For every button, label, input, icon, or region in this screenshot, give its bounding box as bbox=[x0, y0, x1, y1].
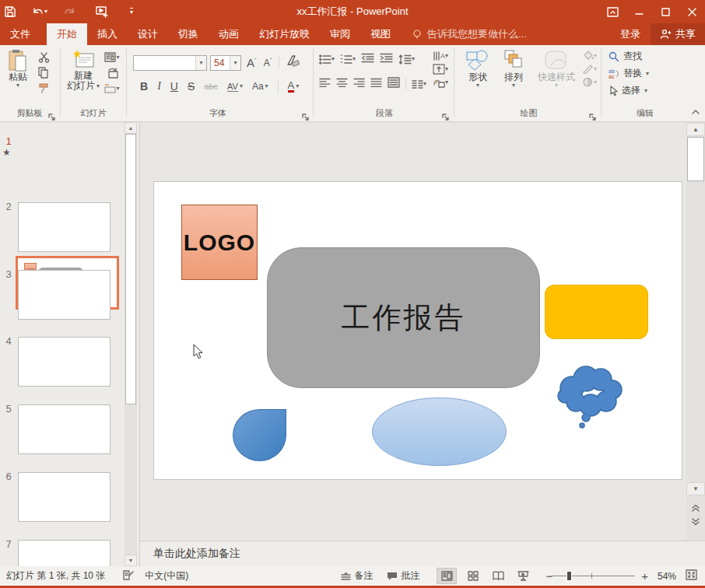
panel-scroll-up-button[interactable]: ▲ bbox=[125, 122, 137, 134]
paste-button[interactable]: 粘贴 ▾ bbox=[5, 49, 31, 89]
normal-view-button[interactable] bbox=[437, 568, 457, 584]
main-scrollbar-thumb[interactable] bbox=[687, 137, 704, 181]
slide-show-button[interactable] bbox=[513, 568, 533, 584]
font-name-combo[interactable]: ▾ bbox=[133, 55, 207, 71]
shapes-button[interactable]: 形状 ▾ bbox=[462, 49, 493, 89]
slide-sorter-view-button[interactable] bbox=[463, 568, 483, 584]
previous-slide-button[interactable] bbox=[686, 502, 705, 514]
tab-home[interactable]: 开始 bbox=[47, 23, 87, 45]
cloud-shape[interactable] bbox=[550, 359, 628, 432]
clipboard-dialog-launcher[interactable] bbox=[48, 110, 56, 118]
section-button[interactable]: ▾ bbox=[103, 81, 121, 96]
maximize-button[interactable] bbox=[652, 0, 679, 23]
align-text-button[interactable]: ▾ bbox=[433, 64, 448, 75]
slide-thumbnail-4[interactable] bbox=[18, 337, 110, 387]
qat-customize-button[interactable]: ▾ bbox=[121, 2, 142, 21]
tab-review[interactable]: 审阅 bbox=[320, 23, 360, 45]
notes-pane[interactable]: 单击此处添加备注 bbox=[140, 541, 705, 566]
bold-button[interactable]: B bbox=[140, 80, 148, 93]
notes-toggle-button[interactable]: 备注 bbox=[341, 569, 373, 583]
save-button[interactable] bbox=[0, 2, 20, 21]
replace-button[interactable]: abac 替换▾ bbox=[609, 67, 649, 80]
grow-font-button[interactable]: Aˆ bbox=[247, 56, 257, 69]
decrease-indent-button[interactable] bbox=[361, 52, 374, 66]
slide-thumbnail-5[interactable] bbox=[18, 404, 110, 454]
reading-view-button[interactable] bbox=[488, 568, 508, 584]
format-painter-button[interactable] bbox=[34, 81, 53, 96]
slide-thumbnail-2[interactable] bbox=[18, 202, 110, 252]
line-spacing-button[interactable]: ▾ bbox=[398, 54, 415, 65]
ellipse-shape[interactable] bbox=[372, 397, 507, 466]
paste-caret[interactable]: ▾ bbox=[16, 82, 19, 89]
minimize-button[interactable] bbox=[626, 0, 652, 23]
align-right-button[interactable] bbox=[353, 77, 365, 91]
underline-button[interactable]: U bbox=[170, 80, 178, 93]
slide-thumbnail-3[interactable] bbox=[18, 270, 110, 320]
increase-indent-button[interactable] bbox=[380, 52, 393, 66]
comments-toggle-button[interactable]: 批注 bbox=[387, 569, 419, 583]
tab-file[interactable]: 文件 bbox=[0, 23, 40, 45]
drawing-dialog-launcher[interactable] bbox=[589, 110, 597, 118]
align-left-button[interactable] bbox=[319, 77, 331, 91]
text-direction-button[interactable]: A▾ bbox=[433, 51, 448, 61]
title-shape[interactable]: 工作报告 bbox=[267, 247, 540, 388]
tab-insert[interactable]: 插入 bbox=[87, 23, 128, 45]
undo-button[interactable]: ▾ bbox=[26, 2, 53, 21]
zoom-slider-track[interactable] bbox=[551, 576, 635, 576]
bullets-button[interactable]: ▾ bbox=[319, 54, 335, 65]
slide-canvas[interactable]: LOGO 工作报告 bbox=[153, 181, 682, 480]
ribbon-display-options-button[interactable] bbox=[599, 0, 626, 23]
numbering-button[interactable]: ▾ bbox=[340, 54, 356, 65]
spellcheck-icon[interactable] bbox=[122, 569, 134, 583]
font-dialog-launcher[interactable] bbox=[302, 110, 310, 118]
tab-animations[interactable]: 动画 bbox=[209, 23, 249, 45]
collapse-ribbon-button[interactable] bbox=[691, 104, 700, 118]
tab-design[interactable]: 设计 bbox=[128, 23, 168, 45]
zoom-level[interactable]: 54% bbox=[658, 571, 676, 582]
zoom-in-button[interactable]: + bbox=[641, 569, 648, 583]
distribute-text-button[interactable] bbox=[388, 77, 400, 91]
font-size-combo[interactable]: 54 ▾ bbox=[210, 55, 241, 71]
align-center-button[interactable] bbox=[336, 77, 348, 91]
tell-me-box[interactable]: 告诉我您想要做什么... bbox=[412, 27, 527, 41]
shrink-font-button[interactable]: Aˇ bbox=[264, 57, 272, 68]
teardrop-shape[interactable] bbox=[233, 409, 286, 461]
clear-formatting-button[interactable] bbox=[286, 54, 300, 70]
zoom-slider-thumb[interactable] bbox=[566, 571, 572, 581]
justify-button[interactable] bbox=[370, 77, 382, 91]
character-spacing-button[interactable]: AV▾ bbox=[227, 82, 243, 92]
main-scrollbar-track[interactable] bbox=[686, 122, 705, 541]
columns-button[interactable]: ▾ bbox=[412, 79, 426, 89]
logo-shape[interactable]: LOGO bbox=[181, 205, 258, 280]
fit-slide-to-window-button[interactable] bbox=[686, 569, 697, 583]
main-scroll-down-button[interactable]: ▼ bbox=[686, 482, 705, 495]
panel-scrollbar-thumb[interactable] bbox=[125, 134, 136, 404]
sign-in-button[interactable]: 登录 bbox=[610, 23, 651, 45]
strikethrough-button[interactable]: S bbox=[188, 80, 195, 93]
share-button[interactable]: 共享 bbox=[651, 23, 705, 45]
convert-smartart-button[interactable]: ▾ bbox=[433, 77, 448, 88]
start-from-beginning-button[interactable] bbox=[92, 2, 112, 21]
undo-caret[interactable]: ▾ bbox=[44, 9, 47, 15]
double-strike-button[interactable]: abc bbox=[204, 82, 218, 91]
tab-slideshow[interactable]: 幻灯片放映 bbox=[249, 23, 320, 45]
panel-scroll-down-button[interactable]: ▼ bbox=[125, 555, 137, 566]
next-slide-button[interactable] bbox=[686, 515, 705, 527]
arrange-button[interactable]: 排列 ▾ bbox=[498, 49, 529, 89]
select-button[interactable]: 选择▾ bbox=[609, 84, 649, 97]
cut-button[interactable] bbox=[34, 50, 53, 65]
close-button[interactable] bbox=[679, 0, 705, 23]
notes-placeholder[interactable]: 单击此处添加备注 bbox=[153, 547, 240, 561]
find-button[interactable]: 查找 bbox=[609, 50, 649, 63]
tab-transitions[interactable]: 切换 bbox=[168, 23, 209, 45]
new-slide-button[interactable]: 新建 幻灯片▾ bbox=[67, 49, 100, 91]
copy-button[interactable] bbox=[34, 65, 53, 80]
slide-thumbnail-7[interactable] bbox=[18, 540, 110, 566]
layout-button[interactable]: ▾ bbox=[103, 50, 121, 65]
font-color-button[interactable]: A▾ bbox=[288, 81, 300, 93]
slide-counter[interactable]: 幻灯片 第 1 张, 共 10 张 bbox=[6, 569, 105, 583]
change-case-button[interactable]: Aa▾ bbox=[252, 81, 268, 92]
paragraph-dialog-launcher[interactable] bbox=[442, 110, 450, 118]
language-indicator[interactable]: 中文(中国) bbox=[145, 569, 188, 583]
main-scroll-up-button[interactable]: ▲ bbox=[686, 123, 705, 136]
